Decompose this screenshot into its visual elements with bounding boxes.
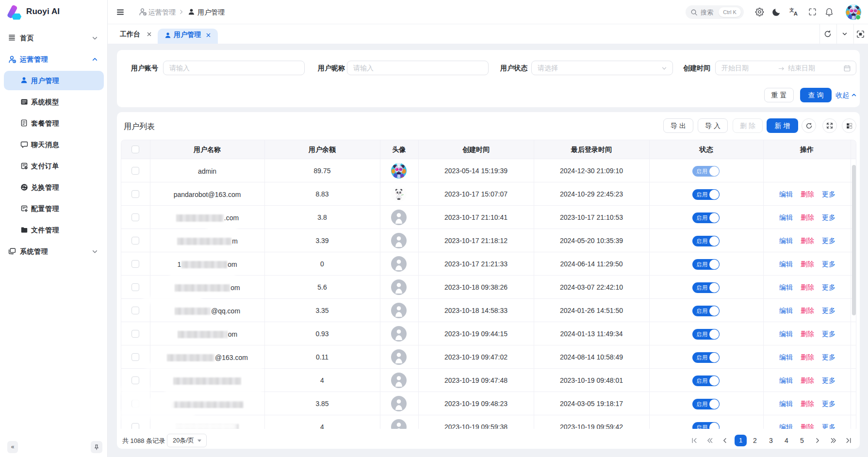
svg-text:A: A [794, 11, 798, 16]
